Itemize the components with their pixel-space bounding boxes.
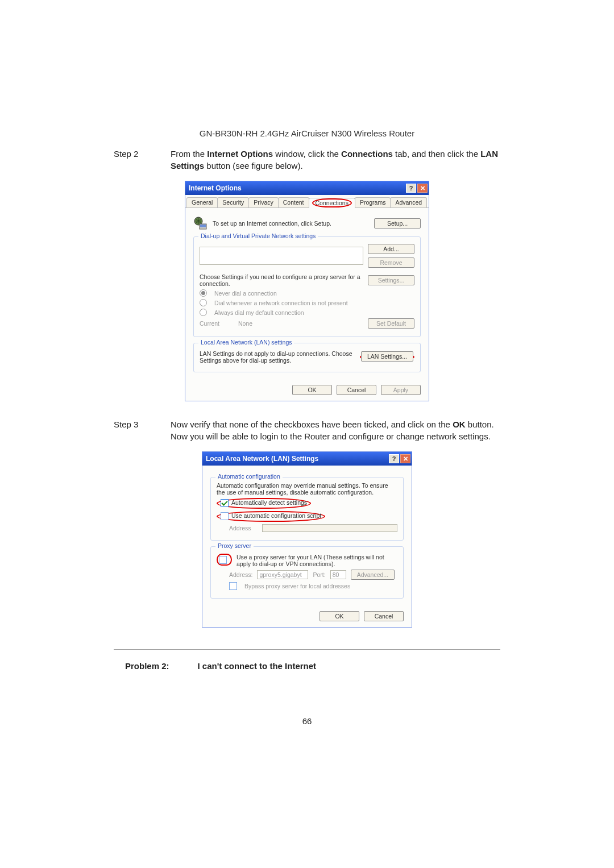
close-button[interactable]: ✕: [417, 184, 428, 193]
step3-text: Now verify that none of the checkboxes h…: [171, 418, 500, 442]
lan-settings-highlight: LAN Settings...: [360, 352, 414, 362]
lan-title: Local Area Network (LAN) Settings: [206, 455, 318, 463]
auto-hint: Automatic configuration may override man…: [217, 482, 397, 496]
lan-hint: LAN Settings do not apply to dial-up con…: [200, 350, 355, 364]
help-button[interactable]: ?: [406, 184, 416, 193]
io-setup-text: To set up an Internet connection, click …: [213, 220, 370, 227]
problem-2: Problem 2: I can't connect to the Intern…: [125, 661, 500, 671]
address-label: Address: [229, 525, 258, 531]
lan-legend: Local Area Network (LAN) settings: [198, 339, 294, 346]
radio-icon: [200, 309, 207, 316]
current-value: None: [238, 320, 363, 327]
auto-detect-check[interactable]: Automatically detect settings: [217, 498, 397, 509]
problem-title: I can't connect to the Internet: [198, 661, 317, 671]
tab-advanced[interactable]: Advanced: [390, 197, 427, 207]
proxy-check[interactable]: Use a proxy server for your LAN (These s…: [217, 554, 397, 567]
io-title-bar[interactable]: Internet Options ? ✕: [185, 181, 429, 195]
radio-icon: [200, 299, 207, 306]
tab-general[interactable]: General: [186, 197, 218, 207]
radio-always[interactable]: Always dial my default connection: [200, 309, 414, 316]
page-number: 66: [0, 716, 614, 726]
connections-listbox[interactable]: [200, 247, 363, 265]
step3-label: Step 3: [114, 418, 154, 442]
lan-settings-button[interactable]: LAN Settings...: [361, 351, 413, 362]
b: Connections: [341, 149, 393, 159]
checkbox-icon: [221, 512, 229, 520]
step-3: Step 3 Now verify that none of the check…: [114, 418, 500, 442]
help-button[interactable]: ?: [389, 454, 399, 463]
connections-highlight: Connections: [312, 198, 352, 207]
apply-button[interactable]: Apply: [381, 385, 421, 395]
advanced-button[interactable]: Advanced...: [351, 570, 395, 580]
bypass-check[interactable]: Bypass proxy server for local addresses: [229, 582, 397, 590]
t: Now verify that none of the checkboxes h…: [171, 420, 453, 429]
checkbox-icon: [229, 582, 237, 590]
radio-icon: [200, 289, 207, 297]
settings-button[interactable]: Settings...: [368, 275, 414, 285]
proxy-check-highlight: [217, 554, 232, 565]
lan-fieldset: Local Area Network (LAN) settings LAN Se…: [193, 343, 421, 372]
step-2: Step 2 From the Internet Options window,…: [114, 148, 500, 172]
step2-text: From the Internet Options window, click …: [171, 148, 500, 172]
checkbox-icon: [219, 556, 227, 564]
proxy-fieldset: Proxy server Use a proxy server for your…: [210, 546, 404, 599]
auto-detect-highlight: Automatically detect settings: [217, 498, 311, 509]
step2-label: Step 2: [114, 148, 154, 172]
t: tab, and then click the: [393, 149, 480, 159]
radio-never[interactable]: Never dial a connection: [200, 289, 414, 297]
t: button (see figure below).: [204, 161, 302, 171]
tab-content[interactable]: Content: [278, 197, 309, 207]
t: window, click the: [273, 149, 341, 159]
b: OK: [453, 420, 466, 429]
proxy-check-label: Use a proxy server for your LAN (These s…: [237, 554, 397, 567]
bypass-label: Bypass proxy server for local addresses: [244, 583, 350, 589]
r3: Always dial my default connection: [214, 309, 304, 316]
svg-rect-2: [200, 225, 206, 227]
io-tabs: General Security Privacy Content Connect…: [185, 195, 429, 208]
script-address-input[interactable]: [262, 524, 397, 532]
io-title: Internet Options: [189, 184, 242, 192]
tab-security[interactable]: Security: [217, 197, 249, 207]
radio-whenever[interactable]: Dial whenever a network connection is no…: [200, 299, 414, 306]
tab-programs[interactable]: Programs: [355, 197, 391, 207]
add-button[interactable]: Add...: [368, 244, 414, 254]
addr2-label: Address:: [229, 571, 252, 578]
proxy-port-input[interactable]: 80: [330, 570, 346, 579]
page-header: GN-BR30N-RH 2.4GHz AirCruiser N300 Wirel…: [0, 128, 614, 138]
divider: [114, 649, 500, 650]
b: Internet Options: [207, 149, 273, 159]
t: From the: [171, 149, 207, 159]
tab-connections[interactable]: Connections: [309, 198, 355, 208]
checkbox-icon: [221, 499, 229, 507]
lan-settings-dialog: Local Area Network (LAN) Settings ? ✕ Au…: [202, 451, 412, 628]
close-button[interactable]: ✕: [400, 454, 410, 463]
dvp-fieldset: Dial-up and Virtual Private Network sett…: [193, 236, 421, 337]
auto-script-highlight: Use automatic configuration script: [217, 511, 325, 522]
cancel-button[interactable]: Cancel: [364, 611, 404, 621]
auto-script-check[interactable]: Use automatic configuration script: [217, 511, 397, 522]
proxy-address-input[interactable]: gproxy5.gigabyt: [257, 570, 308, 579]
current-label: Current: [200, 320, 234, 327]
globe-wizard-icon: [193, 216, 208, 231]
ok-button[interactable]: OK: [292, 385, 332, 395]
auto-legend: Automatic configuration: [215, 473, 283, 480]
set-default-button[interactable]: Set Default: [368, 318, 414, 329]
cancel-button[interactable]: Cancel: [337, 385, 376, 395]
r1: Never dial a connection: [214, 290, 277, 297]
lan-title-bar[interactable]: Local Area Network (LAN) Settings ? ✕: [202, 452, 412, 466]
remove-button[interactable]: Remove: [368, 258, 414, 268]
auto-config-fieldset: Automatic configuration Automatic config…: [210, 477, 404, 541]
auto-script-label: Use automatic configuration script: [231, 512, 321, 519]
dvp-legend: Dial-up and Virtual Private Network sett…: [198, 232, 318, 239]
proxy-legend: Proxy server: [215, 542, 254, 549]
internet-options-dialog: Internet Options ? ✕ General Security Pr…: [185, 181, 429, 401]
tab-privacy[interactable]: Privacy: [248, 197, 278, 207]
settings-hint: Choose Settings if you need to configure…: [200, 273, 363, 287]
port-label: Port:: [313, 571, 325, 578]
r2: Dial whenever a network connection is no…: [214, 300, 348, 306]
auto-detect-label: Automatically detect settings: [231, 499, 307, 506]
ok-button[interactable]: OK: [320, 611, 359, 621]
setup-button[interactable]: Setup...: [374, 218, 421, 229]
problem-label: Problem 2:: [125, 661, 169, 671]
